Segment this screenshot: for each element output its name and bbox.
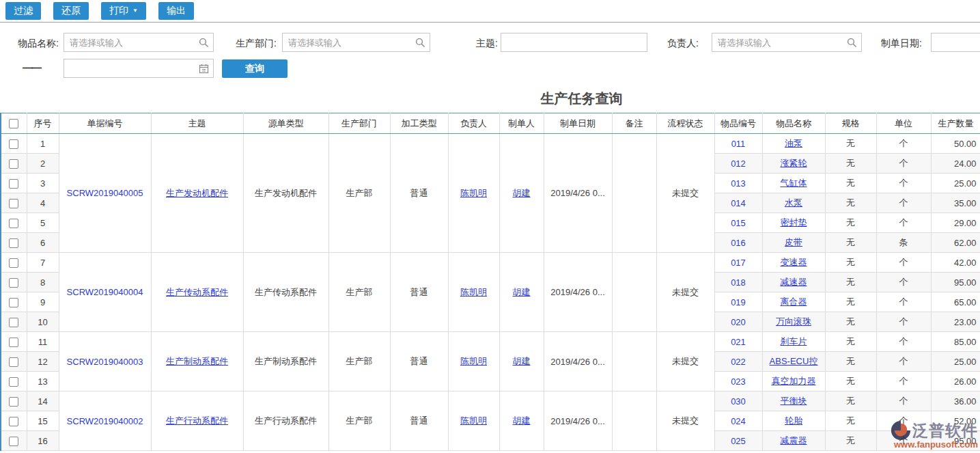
item-name-link[interactable]: 油泵 — [785, 138, 802, 148]
item-code-cell: 024 — [714, 411, 762, 431]
doc-no-link[interactable]: SCRW2019040004 — [67, 287, 143, 297]
row-select-cell — [1, 332, 27, 352]
item-name-link[interactable]: 水泵 — [785, 197, 802, 208]
row-checkbox[interactable] — [9, 238, 18, 248]
item-code-link[interactable]: 012 — [731, 159, 746, 169]
item-name-cell: 气缸体 — [762, 174, 825, 193]
doc-date-to-input[interactable] — [64, 59, 214, 78]
owner-link[interactable]: 陈凯明 — [460, 356, 487, 366]
row-index: 3 — [27, 174, 59, 193]
table-body: 1SCRW2019040005生产发动机配件生产发动机配件生产部普通陈凯明胡建2… — [1, 134, 980, 451]
owner-link[interactable]: 陈凯明 — [460, 188, 487, 198]
item-code-link[interactable]: 024 — [731, 416, 746, 426]
item-code-link[interactable]: 021 — [731, 337, 746, 347]
item-code-cell: 023 — [714, 372, 762, 392]
row-checkbox[interactable] — [9, 258, 18, 268]
row-checkbox[interactable] — [9, 278, 18, 288]
column-header: 单位 — [876, 113, 931, 134]
owner-link[interactable]: 陈凯明 — [460, 415, 487, 426]
item-code-link[interactable]: 013 — [731, 178, 746, 189]
item-code-link[interactable]: 022 — [731, 357, 746, 367]
dept-input[interactable] — [282, 33, 430, 52]
item-spec: 无 — [825, 253, 876, 273]
row-checkbox[interactable] — [9, 199, 18, 208]
item-code-link[interactable]: 019 — [731, 297, 746, 307]
item-code-link[interactable]: 018 — [731, 277, 746, 288]
row-checkbox[interactable] — [9, 318, 18, 327]
item-name-link[interactable]: 真空加力器 — [772, 376, 816, 386]
item-code-link[interactable]: 011 — [731, 139, 746, 149]
item-code-link[interactable]: 025 — [731, 436, 746, 446]
search-icon[interactable] — [199, 38, 209, 48]
item-name-cell: 减速器 — [762, 273, 825, 292]
item-code-link[interactable]: 017 — [731, 258, 746, 268]
item-name-link[interactable]: 离合器 — [781, 297, 807, 307]
row-checkbox[interactable] — [9, 139, 18, 149]
restore-button[interactable]: 还原 — [53, 2, 89, 20]
item-name-link[interactable]: 变速器 — [781, 257, 807, 267]
item-code-cell: 020 — [714, 312, 762, 332]
item-name-cell: 刹车片 — [762, 332, 825, 352]
item-name-link[interactable]: ABS-ECU控 — [770, 356, 818, 366]
row-checkbox[interactable] — [9, 437, 18, 446]
row-select-cell — [1, 431, 27, 451]
creator-link[interactable]: 胡建 — [513, 188, 531, 198]
subject-link[interactable]: 生产制动系配件 — [166, 356, 228, 366]
item-name-link[interactable]: 气缸体 — [781, 178, 807, 188]
row-checkbox[interactable] — [9, 417, 18, 426]
row-checkbox[interactable] — [9, 219, 18, 228]
select-all-checkbox[interactable] — [9, 119, 18, 128]
item-code-link[interactable]: 015 — [731, 218, 746, 228]
item-name-link[interactable]: 平衡块 — [781, 396, 807, 406]
calendar-icon[interactable] — [199, 64, 209, 74]
subject-cell: 生产行动系配件 — [151, 392, 243, 451]
item-code-link[interactable]: 016 — [731, 238, 746, 248]
item-code-link[interactable]: 014 — [731, 198, 746, 208]
doc-date-from-input[interactable] — [931, 33, 980, 52]
owner-input[interactable] — [712, 33, 862, 52]
search-icon[interactable] — [415, 38, 425, 48]
row-checkbox[interactable] — [9, 298, 18, 307]
item-name-link[interactable]: 皮带 — [785, 237, 802, 247]
subject-input[interactable] — [501, 33, 647, 52]
export-button[interactable]: 输出 — [158, 2, 194, 20]
item-name-link[interactable]: 减震器 — [781, 435, 807, 445]
query-button[interactable]: 查询 — [222, 59, 288, 78]
creator-link[interactable]: 胡建 — [513, 356, 531, 366]
item-code-link[interactable]: 030 — [731, 396, 746, 407]
doc-no-link[interactable]: SCRW2019040005 — [67, 188, 143, 198]
search-icon[interactable] — [847, 38, 857, 48]
row-checkbox[interactable] — [9, 159, 18, 169]
doc-no-link[interactable]: SCRW2019040003 — [67, 357, 143, 367]
row-checkbox[interactable] — [9, 357, 18, 367]
print-button[interactable]: 打印 ▼ — [101, 2, 146, 20]
row-select-cell — [1, 392, 27, 411]
column-header: 生产部门 — [328, 113, 390, 134]
row-checkbox[interactable] — [9, 338, 18, 347]
item-code-link[interactable]: 023 — [731, 376, 746, 387]
doc-no-cell: SCRW2019040003 — [59, 332, 151, 392]
doc-no-link[interactable]: SCRW2019040002 — [67, 416, 143, 426]
item-name-link[interactable]: 涨紧轮 — [781, 158, 807, 168]
item-unit: 个 — [876, 193, 931, 213]
row-checkbox[interactable] — [9, 377, 18, 387]
subject-link[interactable]: 生产发动机配件 — [166, 188, 228, 198]
toolbar: 过滤 还原 打印 ▼ 输出 — [0, 0, 980, 23]
owner-link[interactable]: 陈凯明 — [460, 287, 487, 297]
column-header: 主题 — [151, 113, 243, 134]
column-header: 单据编号 — [59, 113, 151, 134]
creator-link[interactable]: 胡建 — [513, 287, 531, 297]
item-name-link[interactable]: 轮胎 — [785, 415, 802, 426]
creator-link[interactable]: 胡建 — [513, 415, 531, 426]
subject-link[interactable]: 生产传动系配件 — [166, 287, 228, 297]
item-name-link[interactable]: 密封垫 — [781, 217, 807, 228]
item-name-link[interactable]: 刹车片 — [781, 336, 807, 346]
item-code-link[interactable]: 020 — [731, 317, 746, 327]
filter-button[interactable]: 过滤 — [5, 2, 41, 20]
item-name-link[interactable]: 万向滚珠 — [776, 316, 811, 327]
item-name-input[interactable] — [64, 33, 214, 52]
row-checkbox[interactable] — [9, 179, 18, 189]
subject-link[interactable]: 生产行动系配件 — [166, 415, 228, 426]
item-name-link[interactable]: 减速器 — [781, 277, 807, 287]
row-checkbox[interactable] — [9, 397, 18, 407]
